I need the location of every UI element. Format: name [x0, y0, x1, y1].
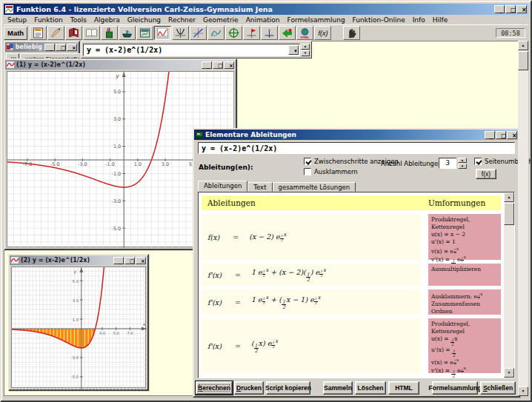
menu-item-geometrie[interactable]: Geometrie	[199, 16, 242, 24]
hand-pen-icon[interactable]	[47, 26, 64, 40]
scroll-down-icon[interactable]: ▼	[518, 386, 528, 396]
scroll-up-icon[interactable]: ▲	[504, 192, 514, 202]
checkbox-icon[interactable]	[304, 158, 311, 165]
count-field[interactable]: 3	[439, 158, 456, 169]
circle-crosshair-icon[interactable]	[225, 26, 242, 40]
maximize-button[interactable]: □	[56, 44, 66, 51]
berechnen-button[interactable]: Berechnen	[196, 381, 233, 395]
scrollbar-thumb[interactable]	[518, 51, 528, 70]
checkbox-ausklammern[interactable]: Ausklammern	[304, 168, 358, 175]
plot2-title: (2) y = (x-2)e^(1/2x)	[21, 257, 90, 264]
svg-text:-3.0: -3.0	[112, 198, 122, 204]
parabola-icon[interactable]	[172, 26, 189, 40]
color-arrows-icon[interactable]	[279, 26, 296, 40]
formula-bar: y = (x-2)e^(1/2x) ▼ ▲ ▼	[81, 41, 312, 58]
close-button[interactable]: ×	[224, 61, 234, 69]
graph-card-icon[interactable]	[136, 26, 153, 40]
menu-item-animation[interactable]: Animation	[242, 16, 284, 24]
menu-item-funktion[interactable]: Funktion	[30, 16, 67, 24]
ableitungen-dialog: Elementare Ableitungen _ □ × Ableitung(e…	[193, 128, 520, 398]
maximize-button[interactable]: □	[124, 257, 135, 264]
function-spin-up[interactable]: ▲	[301, 44, 310, 50]
derivation-row: f'(x)=(12x) e12xProduktregel, Kettenrege…	[202, 318, 501, 373]
notes-menu-icon[interactable]: MENU	[30, 26, 47, 40]
grab-hand-icon[interactable]	[343, 26, 360, 40]
svg-text:y: y	[116, 73, 120, 79]
close-button[interactable]: ×	[136, 257, 146, 264]
menu-item-gleichung[interactable]: Gleichung	[124, 16, 164, 24]
plot1-titlebar[interactable]: (1) y = (x-2)e^(1/2x) _ □ ×	[5, 60, 236, 70]
svg-text:5.0: 5.0	[73, 279, 79, 284]
html-globe-icon[interactable]: HTML	[296, 26, 313, 40]
ship-icon[interactable]	[119, 26, 136, 40]
svg-text:3.0: 3.0	[73, 298, 79, 303]
derivative-formula: f'(x)=1 e12x + (x − 2)(12) e12x	[202, 264, 421, 286]
minimize-button[interactable]: _	[113, 257, 124, 264]
red-flag-icon[interactable]	[243, 26, 260, 40]
maximize-button[interactable]: □	[496, 131, 506, 139]
close-button[interactable]: ×	[67, 44, 77, 51]
dialog-titlebar[interactable]: Elementare Ableitungen _ □ ×	[194, 130, 519, 140]
picture-book-icon[interactable]	[65, 26, 82, 40]
svg-text:-3.0: -3.0	[71, 355, 79, 360]
scrollbar-thumb[interactable]	[504, 203, 514, 225]
svg-text:-5.0: -5.0	[71, 375, 79, 379]
menu-item-funktion-online[interactable]: Funktion-Online	[349, 16, 409, 24]
menu-item-rechner[interactable]: Rechner	[164, 16, 199, 24]
function-combobox-value: y = (x-2)e^(1/2x)	[84, 46, 288, 54]
spline-icon[interactable]	[207, 26, 225, 40]
svg-text:5.0: 5.0	[113, 89, 121, 95]
math-button[interactable]: Math	[4, 27, 27, 40]
menu-item-info[interactable]: Info	[409, 16, 429, 24]
menu-item-tools[interactable]: Tools	[67, 16, 90, 24]
close-button[interactable]: ×	[516, 5, 527, 13]
tab-gesammelte-l-sungen[interactable]: gesammelte Lösungen	[273, 182, 356, 192]
script-kopieren-button[interactable]: Script kopieren	[266, 381, 310, 395]
checkbox-icon[interactable]	[304, 168, 311, 175]
formelsammlung-button[interactable]: Formelsammlung	[432, 381, 478, 395]
drucken-button[interactable]: Drucken	[234, 381, 264, 395]
minimize-button[interactable]: _	[44, 44, 55, 51]
maximize-button[interactable]: □	[505, 5, 516, 13]
function-combobox[interactable]: y = (x-2)e^(1/2x) ▼	[83, 44, 300, 56]
schlie-en-button[interactable]: Schließen	[480, 381, 516, 395]
axis-arrow-icon[interactable]	[261, 26, 278, 40]
l-schen-button[interactable]: Löschen	[355, 381, 386, 395]
plot2-titlebar[interactable]: (2) y = (x-2)e^(1/2x) _ □ ×	[10, 255, 147, 265]
checkbox-icon[interactable]	[474, 158, 482, 165]
red-curve-icon[interactable]	[154, 26, 171, 40]
minimize-button[interactable]: _	[485, 131, 495, 139]
pencil-holder-icon[interactable]	[101, 26, 118, 40]
maximize-button[interactable]: □	[213, 61, 223, 69]
fx-button[interactable]: f(x)	[476, 169, 496, 179]
scroll-down-icon[interactable]: ▼	[504, 368, 514, 378]
count-spin-down[interactable]: ▼	[458, 164, 467, 169]
menu-item-algebra[interactable]: Algebra	[90, 16, 124, 24]
function-input[interactable]	[198, 142, 515, 154]
table-header: Ableitungen Umformungen	[202, 195, 501, 210]
scroll-up-icon[interactable]: ▲	[518, 41, 528, 50]
html-button[interactable]: HTML	[388, 381, 419, 395]
derivations-panel: Ableitungen Umformungen f(x)=(x − 2) e12…	[198, 192, 515, 378]
menu-item-hilfe[interactable]: Hilfe	[429, 16, 451, 24]
tab-ableitungen[interactable]: Ableitungen	[198, 181, 247, 192]
count-spin-up[interactable]: ▲	[458, 158, 467, 163]
combobox-dropdown-icon[interactable]: ▼	[288, 45, 299, 55]
content-scrollbar[interactable]: ▲ ▼	[504, 192, 514, 378]
transformation-note: Ausmultiplizieren	[428, 264, 501, 286]
transformation-note: Produktregel, Kettenregelu(x) = 12xu'(x)…	[428, 318, 501, 373]
minimize-button[interactable]: _	[202, 61, 212, 69]
tab-text[interactable]: Text	[247, 182, 272, 192]
open-book-icon[interactable]	[83, 26, 100, 40]
minimize-button[interactable]: _	[494, 5, 505, 13]
close-button[interactable]: ×	[507, 131, 517, 139]
workspace-scrollbar[interactable]: ▲ ▼	[518, 41, 528, 396]
blue-line-icon[interactable]	[190, 26, 207, 40]
sammeln-button[interactable]: Sammeln	[323, 381, 353, 395]
curve-window-icon	[7, 61, 14, 68]
menu-item-formelsammlung[interactable]: Formelsammlung	[284, 16, 349, 24]
function-spin-down[interactable]: ▼	[301, 50, 310, 56]
fx-icon[interactable]: f(x)	[314, 26, 331, 40]
plot2-canvas[interactable]: 3.05.07.05.03.01.0-3.0-5.0yx	[11, 267, 146, 388]
menu-item-setup[interactable]: Setup	[4, 16, 30, 24]
